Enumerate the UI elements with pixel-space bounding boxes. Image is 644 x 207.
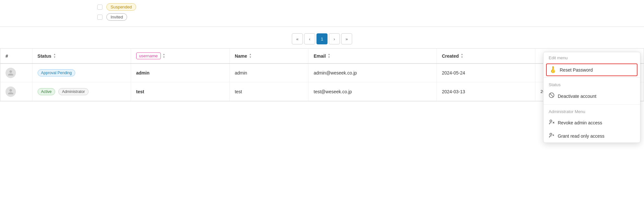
col-header-email[interactable]: Email ▲ ▼ xyxy=(308,49,436,63)
grant-readonly-label: Grant read only access xyxy=(558,133,604,139)
row2-avatar-cell xyxy=(0,82,32,101)
deactivate-icon xyxy=(549,92,555,100)
suspended-badge: Suspended xyxy=(106,3,136,11)
sort-status-desc-icon[interactable]: ▼ xyxy=(53,56,56,59)
page-1-button[interactable]: 1 xyxy=(316,33,328,44)
row1-username: admin xyxy=(136,70,149,75)
col-header-created[interactable]: Created ▲ ▼ xyxy=(436,49,535,63)
row1-avatar-cell xyxy=(0,63,32,82)
suspended-checkbox[interactable] xyxy=(97,5,102,10)
col-header-hash: # xyxy=(0,49,32,63)
revoke-admin-item[interactable]: Revoke admin access xyxy=(543,116,640,129)
col-header-name[interactable]: Name ▲ ▼ xyxy=(229,49,308,63)
avatar xyxy=(6,68,16,78)
page-prev-button[interactable]: ‹ xyxy=(304,33,315,44)
row2-name-cell: test xyxy=(229,82,308,101)
deactivate-account-item[interactable]: Deactivate account xyxy=(543,89,640,103)
sort-created-desc-icon[interactable]: ▼ xyxy=(461,56,463,59)
row2-created-cell: 2024-03-13 xyxy=(436,82,535,101)
invited-badge: Invited xyxy=(106,13,127,21)
users-table-wrapper: # Status ▲ ▼ username xyxy=(0,48,644,101)
page-next-button[interactable]: › xyxy=(329,33,340,44)
sort-status-asc-icon[interactable]: ▲ xyxy=(53,53,56,56)
sort-name-desc-icon[interactable]: ▼ xyxy=(249,56,252,59)
dropdown-divider-1 xyxy=(543,77,640,78)
sort-created-asc-icon[interactable]: ▲ xyxy=(461,53,463,56)
admin-menu-label: Administrator Menu xyxy=(543,106,640,116)
revoke-admin-label: Revoke admin access xyxy=(558,120,602,125)
svg-point-2 xyxy=(550,120,552,122)
row1-created-cell: 2024-05-24 xyxy=(436,63,535,82)
row1-name-cell: admin xyxy=(229,63,308,82)
deactivate-account-label: Deactivate account xyxy=(558,94,596,99)
pagination: « ‹ 1 › » xyxy=(0,29,644,48)
key-icon: 🔑 xyxy=(549,65,558,75)
col-header-status[interactable]: Status ▲ ▼ xyxy=(32,49,131,63)
revoke-admin-icon xyxy=(549,119,555,126)
invited-checkbox[interactable] xyxy=(97,15,102,20)
row2-username-cell: test xyxy=(131,82,229,101)
sort-email-asc-icon[interactable]: ▲ xyxy=(328,53,330,56)
dropdown-menu: Edit menu 🔑 Reset Password Status Deacti… xyxy=(543,52,640,143)
sort-username-desc-icon[interactable]: ▼ xyxy=(163,56,165,59)
row1-email-cell: admin@weseek.co.jp xyxy=(308,63,436,82)
reset-password-item[interactable]: 🔑 Reset Password xyxy=(546,63,638,76)
page-last-button[interactable]: » xyxy=(341,33,352,44)
edit-menu-label: Edit menu xyxy=(543,52,640,62)
avatar xyxy=(6,86,16,97)
filter-divider xyxy=(0,27,644,27)
status-menu-label: Status xyxy=(543,79,640,89)
sort-username-asc-icon[interactable]: ▲ xyxy=(163,53,165,56)
status-active-badge: Active xyxy=(38,88,55,95)
row1-status-cell: Approval Pending xyxy=(32,63,131,82)
grant-readonly-item[interactable]: Grant read only access xyxy=(543,129,640,143)
page-first-button[interactable]: « xyxy=(292,33,303,44)
row1-username-cell: admin xyxy=(131,63,229,82)
row2-status-cell: Active Administrator xyxy=(32,82,131,101)
status-approval-pending-badge: Approval Pending xyxy=(38,69,76,76)
username-badge: username xyxy=(136,52,161,59)
col-header-username[interactable]: username ▲ ▼ xyxy=(131,49,229,63)
sort-email-desc-icon[interactable]: ▼ xyxy=(328,56,330,59)
row2-email-cell: test@weseek.co.jp xyxy=(308,82,436,101)
grant-readonly-icon xyxy=(549,132,555,139)
row2-username: test xyxy=(136,89,144,94)
svg-point-5 xyxy=(550,133,552,135)
svg-line-1 xyxy=(550,94,554,97)
role-administrator-badge: Administrator xyxy=(58,88,89,95)
sort-name-asc-icon[interactable]: ▲ xyxy=(249,53,252,56)
dropdown-divider-2 xyxy=(543,104,640,105)
reset-password-label: Reset Password xyxy=(560,67,593,73)
